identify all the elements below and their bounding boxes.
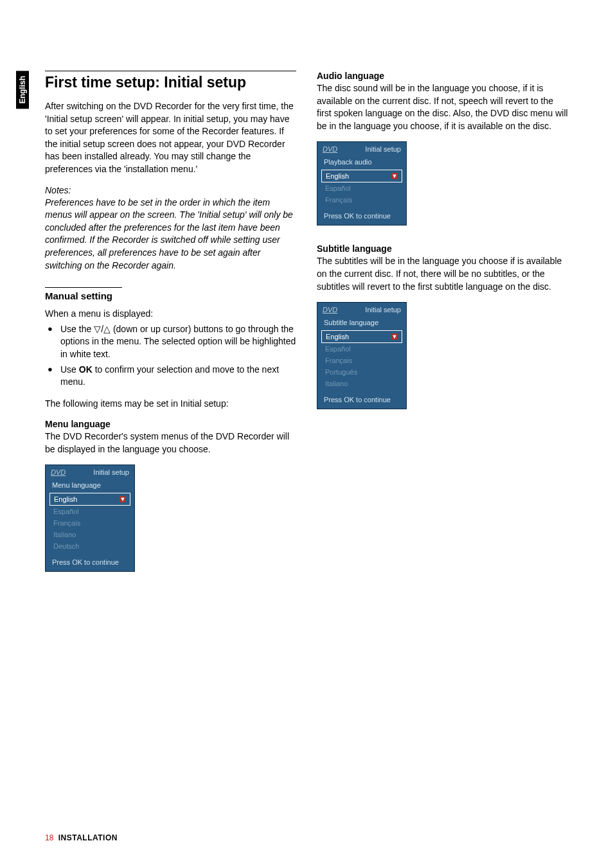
chevron-down-icon: ▼ <box>391 173 398 179</box>
manual-setting-heading: Manual setting <box>45 290 296 301</box>
osd-option-label: English <box>326 172 349 180</box>
dvd-logo: DVD <box>323 306 337 314</box>
language-tab: English <box>16 71 29 109</box>
text: Use <box>60 364 79 375</box>
intro-paragraph: After switching on the DVD Recorder for … <box>45 100 296 176</box>
subtitle-language-body: The subtitles will be in the language yo… <box>317 255 568 293</box>
page-footer: 18 INSTALLATION <box>45 833 118 842</box>
osd-option-label: English <box>54 495 77 503</box>
page-title: First time setup: Initial setup <box>45 74 296 91</box>
audio-language-heading: Audio language <box>317 71 568 81</box>
osd-footer: Press OK to continue <box>46 556 134 571</box>
osd-option[interactable]: Deutsch <box>49 540 130 552</box>
osd-playback-audio: DVD Initial setup Playback audio English… <box>317 141 407 226</box>
osd-option-selected[interactable]: English ▼ <box>321 170 402 182</box>
osd-option[interactable]: Español <box>49 506 130 517</box>
ok-label: OK <box>79 364 93 375</box>
osd-option-selected[interactable]: English ▼ <box>321 330 402 343</box>
osd-menu-language: DVD Initial setup Menu language English … <box>45 465 135 572</box>
chevron-down-icon: ▼ <box>120 496 126 502</box>
audio-language-body: The disc sound will be in the language y… <box>317 82 568 132</box>
osd-title: Initial setup <box>93 468 129 476</box>
osd-option[interactable]: Español <box>321 182 402 194</box>
right-column: Audio language The disc sound will be in… <box>317 71 568 590</box>
osd-header: DVD Initial setup <box>46 465 134 481</box>
left-column: First time setup: Initial setup After sw… <box>45 71 296 590</box>
manual-bullets: Use the ▽/△ (down or up cursor) buttons … <box>45 323 296 389</box>
osd-option[interactable]: Français <box>321 355 402 366</box>
osd-footer: Press OK to continue <box>317 209 406 225</box>
notes-body: Preferences have to be set in the order … <box>45 197 296 272</box>
osd-header: DVD Initial setup <box>317 142 406 158</box>
osd-header: DVD Initial setup <box>317 303 406 319</box>
manual-intro: When a menu is displayed: <box>45 308 296 321</box>
title-rule <box>45 71 296 71</box>
dvd-logo: DVD <box>323 145 337 153</box>
osd-option[interactable]: Español <box>321 343 402 355</box>
footer-section: INSTALLATION <box>58 833 118 842</box>
list-item: Use the ▽/△ (down or up cursor) buttons … <box>48 323 296 361</box>
menu-language-body: The DVD Recorder's system menus of the D… <box>45 430 296 456</box>
osd-option-selected[interactable]: English ▼ <box>49 493 130 506</box>
notes-label: Notes: <box>45 185 296 195</box>
osd-option-label: English <box>326 333 349 341</box>
osd-option[interactable]: Italiano <box>49 529 130 540</box>
page: English First time setup: Initial setup … <box>0 0 613 868</box>
osd-subtitle-language: DVD Initial setup Subtitle language Engl… <box>317 302 407 409</box>
osd-section-label: Subtitle language <box>317 319 406 330</box>
osd-options: English ▼ Español Français Português Ita… <box>317 330 406 393</box>
subtitle-language-heading: Subtitle language <box>317 244 568 254</box>
page-number: 18 <box>45 833 53 842</box>
content-columns: First time setup: Initial setup After sw… <box>45 71 568 590</box>
chevron-down-icon: ▼ <box>391 333 398 340</box>
osd-option[interactable]: Italiano <box>321 378 402 389</box>
osd-option[interactable]: Français <box>49 517 130 529</box>
menu-language-heading: Menu language <box>45 419 296 429</box>
section-rule <box>45 287 122 288</box>
list-item: Use OK to confirm your selection and mov… <box>48 364 296 389</box>
osd-section-label: Menu language <box>46 481 134 493</box>
following-text: The following items may be set in Initia… <box>45 398 296 411</box>
dvd-logo: DVD <box>51 468 66 476</box>
text: to confirm your selection and move to th… <box>60 364 279 387</box>
osd-option[interactable]: Français <box>321 194 402 206</box>
osd-title: Initial setup <box>365 145 401 153</box>
osd-options: English ▼ Español Français <box>317 170 406 209</box>
osd-options: English ▼ Español Français Italiano Deut… <box>46 493 134 556</box>
osd-option[interactable]: Português <box>321 366 402 378</box>
osd-footer: Press OK to continue <box>317 393 406 409</box>
osd-title: Initial setup <box>365 306 401 314</box>
osd-section-label: Playback audio <box>317 158 406 170</box>
